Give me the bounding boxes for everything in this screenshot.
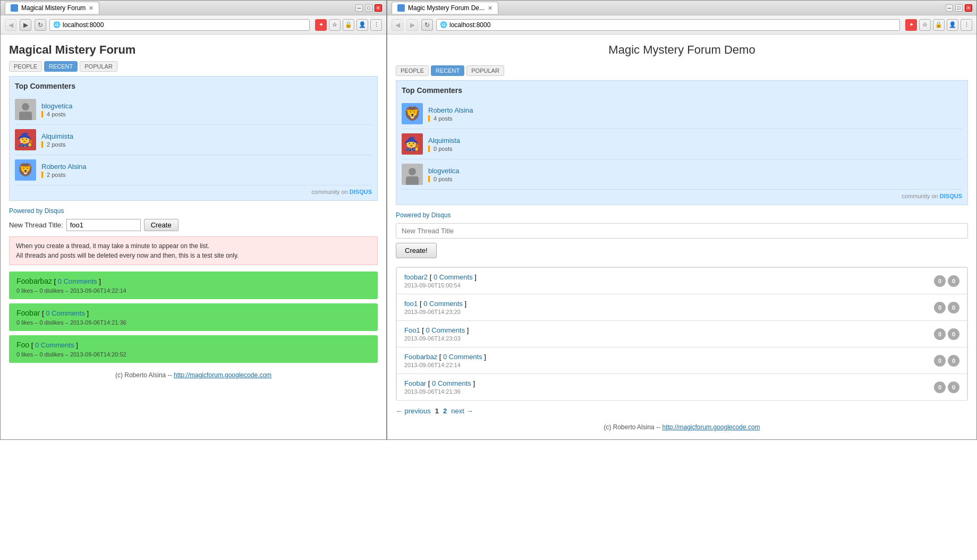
tab-people[interactable]: PEOPLE [396, 65, 429, 76]
ext3-icon[interactable]: 👤 [947, 19, 958, 31]
prev-page-link[interactable]: ← previous [396, 407, 431, 415]
thread-title-link[interactable]: Foobar [404, 379, 426, 387]
thread-left: Foobarbaz [ 0 Comments ] 2013-09-06T14:2… [404, 353, 934, 368]
powered-by-disqus-link[interactable]: Powered by Disqus [9, 207, 378, 215]
avatar: 🦁 [402, 103, 423, 124]
thread-comments-link[interactable]: 0 Comments [434, 273, 473, 281]
close-icon[interactable]: ✕ [375, 4, 382, 12]
downvote-button[interactable]: 0 [948, 355, 959, 367]
commenter-posts: 2 posts [41, 141, 372, 148]
ext2-icon[interactable]: 🔒 [933, 19, 945, 31]
commenter-name-link[interactable]: Alquimista [428, 137, 460, 145]
commenter-info: blogvetica 4 posts [41, 102, 372, 117]
page-2-link[interactable]: 2 [443, 407, 447, 415]
thread-title-row: Foobar [ 0 Comments ] [404, 379, 934, 387]
thread-title-link[interactable]: Foo1 [404, 326, 420, 334]
left-address-bar[interactable]: 🌐 localhost:8000 [49, 19, 310, 31]
create-button[interactable]: Create [144, 219, 179, 231]
right-create-button[interactable]: Create! [396, 243, 437, 258]
thread-comments-link[interactable]: 0 Comments [58, 277, 97, 285]
thread-title-link[interactable]: Foo [16, 341, 29, 349]
commenter-name-link[interactable]: blogvetica [428, 167, 460, 175]
tab-people[interactable]: PEOPLE [9, 61, 42, 72]
thread-title-link[interactable]: foo1 [404, 300, 418, 308]
star-icon[interactable]: ☆ [329, 19, 341, 31]
commenter-row: blogvetica 0 posts [402, 159, 962, 190]
tab-recent[interactable]: RECENT [44, 61, 78, 72]
tab-close-icon[interactable]: ✕ [488, 5, 492, 12]
minimize-icon[interactable]: ─ [355, 4, 363, 12]
commenter-row: 🦁 Roberto Alsina 2 posts [15, 155, 372, 185]
thread-title-link[interactable]: Foobarbaz [404, 353, 437, 361]
forward-button[interactable]: ▶ [20, 19, 31, 31]
downvote-button[interactable]: 0 [948, 328, 959, 340]
forward-button[interactable]: ▶ [406, 19, 418, 31]
ext2-icon[interactable]: 🔒 [343, 19, 354, 31]
upvote-button[interactable]: 0 [934, 328, 946, 340]
upvote-button[interactable]: 0 [934, 275, 946, 287]
maximize-icon[interactable]: □ [365, 4, 372, 12]
next-page-link[interactable]: next → [451, 407, 473, 415]
ext1-icon[interactable]: ✦ [905, 19, 917, 31]
thread-comments-link[interactable]: 0 Comments [432, 379, 471, 387]
commenter-name-link[interactable]: blogvetica [41, 102, 73, 110]
downvote-button[interactable]: 0 [948, 381, 959, 393]
thread-title-row: Foo1 [ 0 Comments ] [404, 326, 934, 334]
footer-link[interactable]: http://magicforum.googlecode.com [174, 371, 271, 379]
commenter-info: Alquimista 2 posts [41, 132, 372, 148]
posts-count: 4 posts [47, 111, 65, 117]
thread-title-link[interactable]: Foobar [16, 309, 40, 317]
thread-comments-link[interactable]: 0 Comments [423, 300, 463, 308]
downvote-button[interactable]: 0 [948, 275, 959, 287]
commenter-row: blogvetica 4 posts [15, 95, 372, 125]
right-tab[interactable]: Magic Mystery Forum De... ✕ [392, 2, 498, 14]
upvote-button[interactable]: 0 [934, 381, 946, 393]
ext1-icon[interactable]: ✦ [315, 19, 327, 31]
right-new-thread-input[interactable] [396, 223, 968, 239]
commenter-name-link[interactable]: Roberto Alsina [428, 106, 473, 114]
rating-bar [428, 115, 430, 122]
reload-button[interactable]: ↻ [421, 19, 433, 31]
thread-comments-link[interactable]: 0 Comments [443, 353, 482, 361]
new-thread-input[interactable] [66, 219, 141, 231]
reload-button[interactable]: ↻ [35, 19, 46, 31]
minimize-icon[interactable]: ─ [946, 4, 953, 12]
rating-bar [41, 111, 43, 117]
thread-title-link[interactable]: Foobarbaz [16, 277, 52, 285]
powered-by-disqus-link[interactable]: Powered by Disqus [396, 211, 968, 219]
avatar-img: 🧙 [15, 129, 36, 150]
close-icon[interactable]: ✕ [965, 4, 972, 12]
left-tab[interactable]: Magical Mistery Forum ✕ [5, 2, 99, 14]
thread-meta: 2013-09-06T15:00:54 [404, 282, 934, 289]
tab-recent[interactable]: RECENT [431, 65, 464, 76]
upvote-button[interactable]: 0 [934, 355, 946, 367]
ext4-icon[interactable]: ⋮ [961, 19, 972, 31]
footer-link[interactable]: http://magicforum.googlecode.com [662, 423, 760, 431]
thread-comments-link[interactable]: 0 Comments [426, 326, 465, 334]
thread-item: Foobarbaz [ 0 Comments ] 2013-09-06T14:2… [396, 347, 967, 374]
top-commenters-heading: Top Commenters [15, 82, 372, 90]
right-address-bar[interactable]: 🌐 localhost:8000 [436, 19, 900, 31]
left-navbar: ◀ ▶ ↻ 🌐 localhost:8000 ✦ ☆ 🔒 👤 ⋮ [1, 15, 386, 35]
commenter-name-link[interactable]: Alquimista [41, 132, 73, 140]
ext4-icon[interactable]: ⋮ [370, 19, 382, 31]
commenter-posts: 2 posts [41, 172, 372, 178]
thread-item: Foo [ 0 Comments ] 0 likes – 0 dislikes … [9, 335, 378, 363]
tab-close-icon[interactable]: ✕ [89, 5, 94, 12]
address-text: localhost:8000 [63, 21, 104, 29]
thread-title-link[interactable]: foobar2 [404, 273, 428, 281]
downvote-button[interactable]: 0 [948, 302, 959, 313]
commenter-row: 🧙 Alquimista 0 posts [402, 129, 962, 159]
star-icon[interactable]: ☆ [919, 19, 931, 31]
tab-popular[interactable]: POPULAR [466, 65, 504, 76]
back-button[interactable]: ◀ [392, 19, 403, 31]
ext3-icon[interactable]: 👤 [356, 19, 368, 31]
back-button[interactable]: ◀ [5, 19, 16, 31]
thread-comments-link[interactable]: 0 Comments [46, 309, 85, 317]
tab-popular[interactable]: POPULAR [80, 61, 117, 72]
posts-count: 2 posts [47, 172, 65, 178]
maximize-icon[interactable]: □ [955, 4, 963, 12]
thread-comments-link[interactable]: 0 Comments [35, 341, 74, 349]
commenter-name-link[interactable]: Roberto Alsina [41, 163, 87, 171]
upvote-button[interactable]: 0 [934, 302, 946, 313]
